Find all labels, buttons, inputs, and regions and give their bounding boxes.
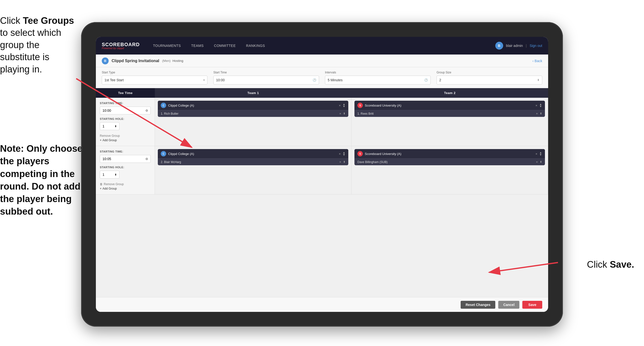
team1-card-header-1: C Clippd College (A) × ▲▼ xyxy=(158,101,348,110)
setting-intervals-value: 5 Minutes xyxy=(328,78,343,82)
nav-username: blair admin xyxy=(506,44,523,48)
add-group-btn-1[interactable]: + Add Group xyxy=(100,138,151,142)
team2-cell-2: S Scoreboard University (A) × ▲▼ Dave Bi… xyxy=(352,146,548,194)
setting-intervals: Intervals 5 Minutes 🕐 xyxy=(325,71,431,84)
stepper-icon-1: ⬍ xyxy=(114,125,117,128)
cancel-button[interactable]: Cancel xyxy=(498,301,520,309)
settings-bar: Start Type 1st Tee Start ▾ Start Time 10… xyxy=(96,67,548,88)
reset-changes-button[interactable]: Reset Changes xyxy=(461,301,495,309)
clock-icon: 🕐 xyxy=(313,78,316,82)
team2-sort-icon-1[interactable]: ▲▼ xyxy=(539,103,542,108)
annotation-note-bold: Note: Only choose the players competing … xyxy=(0,143,82,217)
tee-groups-container: STARTING TIME: 10:00 ⊙ STARTING HOLE: 1 … xyxy=(96,98,548,297)
stepper-icon-2: ⬍ xyxy=(114,173,117,176)
setting-intervals-label: Intervals xyxy=(325,71,431,74)
setting-start-type-label: Start Type xyxy=(102,71,208,74)
tee-time-panel-1: STARTING TIME: 10:00 ⊙ STARTING HOLE: 1 … xyxy=(96,98,155,146)
starting-time-value-2: 10:05 xyxy=(102,157,111,161)
tee-actions-2: 🗑 Remove Group + Add Group xyxy=(100,182,151,190)
annotation-top-left: Click Tee Groups to select which group t… xyxy=(0,15,76,75)
remove-group-btn-2[interactable]: 🗑 Remove Group xyxy=(100,182,151,186)
setting-start-time-value: 10:00 xyxy=(216,78,225,82)
player-name-1-2: 2. Blair McHarg xyxy=(161,160,337,164)
team2-actions-2: × ▲▼ xyxy=(536,151,542,156)
sub-header-icon: B xyxy=(102,57,109,64)
nav-committee[interactable]: COMMITTEE xyxy=(210,42,240,50)
player-remove-icon-2-1[interactable]: × xyxy=(536,112,538,115)
player-row-2-1: 1. Rees Britt × ⬍ xyxy=(354,110,545,117)
starting-time-value-1: 10:00 xyxy=(102,108,111,112)
nav-rankings[interactable]: RANKINGS xyxy=(242,42,270,50)
clock-icon-3: ⊙ xyxy=(146,109,148,112)
table-header: Tee Time Team 1 Team 2 xyxy=(96,88,548,98)
team2-remove-icon-1[interactable]: × xyxy=(536,104,538,107)
annotation-note-left: Note: Only choose the players competing … xyxy=(0,142,84,218)
player-sort-icon-2-2[interactable]: ⬍ xyxy=(540,160,542,164)
sub-header-hosting: Hosting xyxy=(172,59,183,63)
nav-signout[interactable]: Sign out xyxy=(530,44,542,48)
team2-sort-icon-2[interactable]: ▲▼ xyxy=(539,151,542,156)
clock-icon-4: ⊙ xyxy=(146,157,148,161)
player-actions-2-2: × ⬍ xyxy=(536,160,542,164)
setting-intervals-input[interactable]: 5 Minutes 🕐 xyxy=(325,76,431,84)
sub-header-back[interactable]: ‹ Back xyxy=(532,59,542,63)
team1-actions-1: × ▲▼ xyxy=(339,103,345,108)
nav-tournaments[interactable]: TOURNAMENTS xyxy=(148,42,185,50)
setting-start-time-input[interactable]: 10:00 🕐 xyxy=(213,76,319,84)
team1-remove-icon-2[interactable]: × xyxy=(339,152,341,156)
logo-subtitle: Powered by clippd xyxy=(102,47,140,50)
nav-avatar: B xyxy=(495,42,503,50)
player-actions-1-1: × ⬍ xyxy=(339,112,345,115)
starting-time-input-2[interactable]: 10:05 ⊙ xyxy=(100,155,151,163)
player-remove-icon-2-2[interactable]: × xyxy=(536,160,538,164)
tee-group-row-2: STARTING TIME: 10:05 ⊙ STARTING HOLE: 1 … xyxy=(96,146,548,195)
setting-group-size-label: Group Size xyxy=(436,71,542,74)
starting-hole-value-2: 1 xyxy=(102,173,104,177)
team2-icon-1: S xyxy=(358,103,363,108)
player-remove-icon-1-2[interactable]: × xyxy=(339,160,341,164)
starting-hole-input-2[interactable]: 1 ⬍ xyxy=(100,171,120,179)
tee-time-panel-2: STARTING TIME: 10:05 ⊙ STARTING HOLE: 1 … xyxy=(96,146,155,194)
player-actions-1-2: × ⬍ xyxy=(339,160,345,164)
player-remove-icon-1-1[interactable]: × xyxy=(339,112,341,115)
team1-cell-1: C Clippd College (A) × ▲▼ 1. Rich Butler xyxy=(155,98,352,146)
tee-table: Tee Time Team 1 Team 2 STARTING TIME: 10… xyxy=(96,88,548,297)
team1-sort-icon-2[interactable]: ▲▼ xyxy=(343,151,345,156)
player-sort-icon-1-1[interactable]: ⬍ xyxy=(343,112,345,115)
team1-sort-icon-1[interactable]: ▲▼ xyxy=(343,103,345,108)
save-button[interactable]: Save xyxy=(522,301,542,309)
team2-name-2: Scoreboard University (A) xyxy=(365,152,534,156)
team2-name-1: Scoreboard University (A) xyxy=(365,104,534,107)
setting-start-type-input[interactable]: 1st Tee Start ▾ xyxy=(102,76,208,84)
scoreboard-logo: SCOREBOARD Powered by clippd xyxy=(102,42,140,50)
team2-remove-icon-2[interactable]: × xyxy=(536,152,538,156)
sub-header-gender: (Men) xyxy=(162,59,170,63)
tee-actions-1: Remove Group + Add Group xyxy=(100,134,151,142)
player-sort-icon-1-2[interactable]: ⬍ xyxy=(343,160,345,164)
setting-group-size-input[interactable]: 2 ⬍ xyxy=(436,76,542,84)
team2-cell-1: S Scoreboard University (A) × ▲▼ 1. Rees… xyxy=(352,98,548,146)
nav-items: TOURNAMENTS TEAMS COMMITTEE RANKINGS xyxy=(148,42,495,50)
player-sort-icon-2-1[interactable]: ⬍ xyxy=(540,112,542,115)
annotation-save-bold: Save. xyxy=(610,259,634,270)
team2-icon-2: S xyxy=(358,151,363,156)
team2-card-header-2: S Scoreboard University (A) × ▲▼ xyxy=(354,149,545,158)
remove-group-btn-1[interactable]: Remove Group xyxy=(100,134,151,137)
team2-card-2: S Scoreboard University (A) × ▲▼ Dave Bi… xyxy=(354,149,545,165)
th-team2: Team 2 xyxy=(352,88,548,98)
annotation-right: Click Save. xyxy=(587,259,634,270)
team1-icon-2: C xyxy=(161,151,166,156)
team1-remove-icon-1[interactable]: × xyxy=(339,104,341,107)
team1-card-header-2: C Clippd College (A) × ▲▼ xyxy=(158,149,348,158)
tablet-device: SCOREBOARD Powered by clippd TOURNAMENTS… xyxy=(81,22,563,327)
th-tee-time: Tee Time xyxy=(96,88,155,98)
navbar: SCOREBOARD Powered by clippd TOURNAMENTS… xyxy=(96,37,548,54)
starting-time-input-1[interactable]: 10:00 ⊙ xyxy=(100,107,151,114)
footer-bar: Reset Changes Cancel Save xyxy=(96,297,548,312)
setting-start-type: Start Type 1st Tee Start ▾ xyxy=(102,71,208,84)
add-group-btn-2[interactable]: + Add Group xyxy=(100,187,151,190)
starting-hole-input-1[interactable]: 1 ⬍ xyxy=(100,122,120,130)
tablet-screen: SCOREBOARD Powered by clippd TOURNAMENTS… xyxy=(96,37,548,312)
player-row-1-1: 1. Rich Butler × ⬍ xyxy=(158,110,348,117)
nav-teams[interactable]: TEAMS xyxy=(187,42,208,50)
